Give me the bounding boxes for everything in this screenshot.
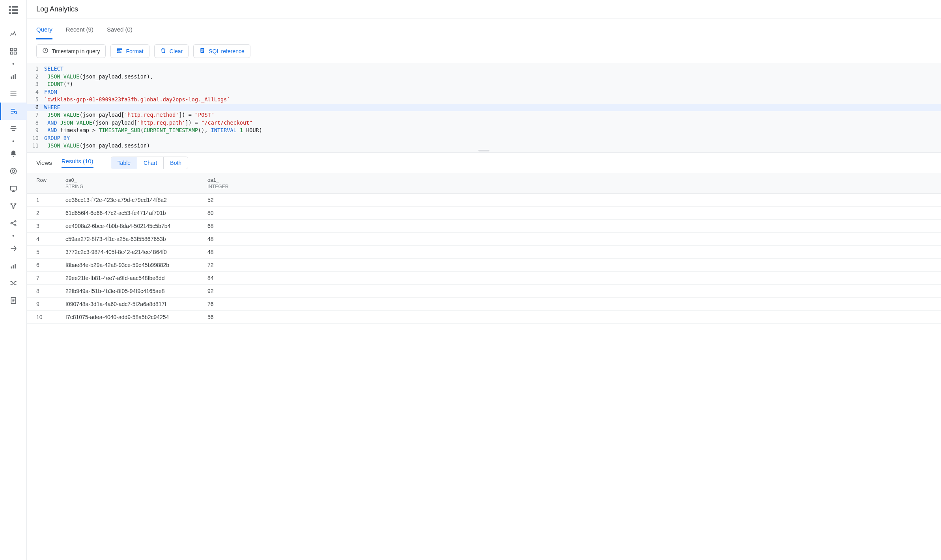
svg-rect-2 — [9, 9, 11, 11]
nav-integrations[interactable] — [0, 215, 27, 232]
svg-rect-8 — [10, 52, 13, 54]
nav-separator: • — [12, 60, 14, 68]
svg-rect-38 — [118, 50, 120, 51]
sql-reference-button[interactable]: SQL reference — [193, 44, 250, 58]
seg-chart[interactable]: Chart — [137, 157, 163, 169]
sql-editor[interactable]: 1234567891011 SELECT JSON_VALUE(json_pay… — [27, 63, 941, 152]
svg-rect-42 — [202, 50, 204, 50]
results-bar: Views Results (10) Table Chart Both — [27, 152, 941, 173]
table-row[interactable]: 1ee36cc13-f72e-423c-a79d-c79ed144f8a252 — [27, 193, 941, 206]
svg-rect-13 — [10, 91, 16, 92]
svg-rect-1 — [12, 6, 18, 7]
svg-rect-14 — [10, 93, 16, 94]
table-row[interactable]: 822fb949a-f51b-4b3e-8f05-94f9c4165ae892 — [27, 284, 941, 297]
nav-dashboards[interactable] — [0, 43, 27, 60]
svg-rect-11 — [13, 75, 14, 79]
svg-rect-10 — [11, 77, 12, 79]
nav-error-reporting[interactable] — [0, 162, 27, 180]
format-icon — [116, 47, 123, 55]
col-oa0-type: STRING — [56, 184, 198, 194]
svg-rect-6 — [10, 49, 13, 51]
svg-point-19 — [15, 111, 17, 113]
col-oa0[interactable]: oa0_ — [56, 173, 198, 184]
seg-table[interactable]: Table — [111, 157, 137, 169]
svg-rect-15 — [10, 95, 16, 96]
svg-rect-5 — [12, 12, 18, 14]
svg-point-26 — [11, 203, 12, 204]
nav-uptime[interactable] — [0, 180, 27, 197]
svg-rect-21 — [10, 128, 16, 129]
clock-icon — [42, 47, 49, 55]
table-row[interactable]: 9f090748a-3d1a-4a60-adc7-5f2a6a8d817f76 — [27, 297, 941, 310]
format-label: Format — [126, 48, 143, 54]
svg-rect-39 — [118, 52, 121, 52]
query-tabs: Query Recent (9) Saved (0) — [27, 19, 941, 39]
svg-rect-32 — [11, 267, 12, 269]
nav-docs[interactable] — [0, 292, 27, 309]
timestamp-chip[interactable]: Timestamp in query — [36, 44, 106, 58]
editor-resize-handle[interactable] — [478, 150, 489, 151]
svg-point-24 — [12, 170, 15, 173]
table-row[interactable]: 6f8bae84e-b29a-42a8-93ce-59d45b99882b72 — [27, 258, 941, 271]
svg-rect-16 — [11, 109, 15, 110]
sql-ref-label: SQL reference — [209, 48, 245, 54]
clear-button[interactable]: Clear — [154, 44, 189, 58]
col-oa1[interactable]: oa1_ — [198, 173, 941, 184]
timestamp-label: Timestamp in query — [52, 48, 100, 54]
trash-icon — [160, 47, 166, 55]
svg-rect-43 — [202, 51, 203, 52]
col-row-type — [27, 184, 56, 194]
nav-shuffle[interactable] — [0, 274, 27, 292]
svg-rect-17 — [11, 111, 15, 112]
nav-overview[interactable] — [0, 25, 27, 43]
table-row[interactable]: 3ee4908a2-6bce-4b0b-8da4-502145c5b7b468 — [27, 219, 941, 232]
format-button[interactable]: Format — [110, 44, 149, 58]
nav-log-router[interactable] — [0, 120, 27, 137]
results-tab[interactable]: Results (10) — [62, 158, 93, 168]
col-row[interactable]: Row — [27, 173, 56, 184]
editor-code[interactable]: SELECT JSON_VALUE(json_payload.session),… — [42, 63, 941, 152]
nav-profiler[interactable] — [0, 257, 27, 274]
nav-alerts[interactable] — [0, 145, 27, 162]
editor-toolbar: Timestamp in query Format Clear SQL refe… — [27, 39, 941, 63]
svg-rect-22 — [11, 130, 15, 131]
tab-saved[interactable]: Saved (0) — [107, 26, 133, 39]
svg-rect-7 — [14, 49, 16, 51]
view-mode-segment: Table Chart Both — [111, 157, 189, 169]
svg-rect-3 — [12, 9, 18, 11]
table-row[interactable]: 261d656f4-6e66-47c2-ac53-fe4714af701b80 — [27, 206, 941, 219]
seg-both[interactable]: Both — [163, 157, 188, 169]
svg-rect-4 — [9, 12, 11, 14]
svg-rect-33 — [13, 265, 14, 268]
nav-slos[interactable] — [0, 197, 27, 215]
views-tab[interactable]: Views — [36, 159, 52, 166]
nav-trace[interactable] — [0, 240, 27, 257]
nav-log-analytics[interactable] — [0, 103, 27, 120]
document-icon — [199, 47, 205, 55]
svg-rect-34 — [15, 264, 16, 269]
results-table-container[interactable]: Row oa0_ oa1_ STRING INTEGER 1ee36cc13-f… — [27, 173, 941, 560]
svg-rect-9 — [14, 52, 16, 54]
svg-point-30 — [15, 220, 16, 222]
page-title: Log Analytics — [27, 0, 941, 19]
svg-point-23 — [10, 168, 16, 174]
nav-separator-3: • — [12, 232, 14, 240]
svg-rect-41 — [202, 49, 204, 50]
table-row[interactable]: 10f7c81075-adea-4040-add9-58a5b2c9425456 — [27, 310, 941, 323]
table-row[interactable]: 53772c2c3-9874-405f-8c42-e214ec4864f048 — [27, 245, 941, 258]
table-row[interactable]: 729ee21fe-fb81-4ee7-a9fd-aac548fbe8dd84 — [27, 271, 941, 284]
svg-rect-18 — [11, 113, 14, 114]
table-row[interactable]: 4c59aa272-8f73-4f1c-a25a-63f55867653b48 — [27, 232, 941, 245]
nav-logs-explorer[interactable] — [0, 85, 27, 103]
svg-rect-12 — [15, 74, 16, 79]
col-oa1-type: INTEGER — [198, 184, 941, 194]
results-table: Row oa0_ oa1_ STRING INTEGER 1ee36cc13-f… — [27, 173, 941, 324]
editor-gutter: 1234567891011 — [27, 63, 42, 152]
product-logo-icon — [7, 4, 20, 17]
tab-query[interactable]: Query — [36, 26, 52, 39]
tab-recent[interactable]: Recent (9) — [66, 26, 93, 39]
nav-separator-2: • — [12, 137, 14, 145]
svg-point-27 — [15, 203, 16, 204]
nav-metrics[interactable] — [0, 68, 27, 85]
clear-label: Clear — [170, 48, 183, 54]
